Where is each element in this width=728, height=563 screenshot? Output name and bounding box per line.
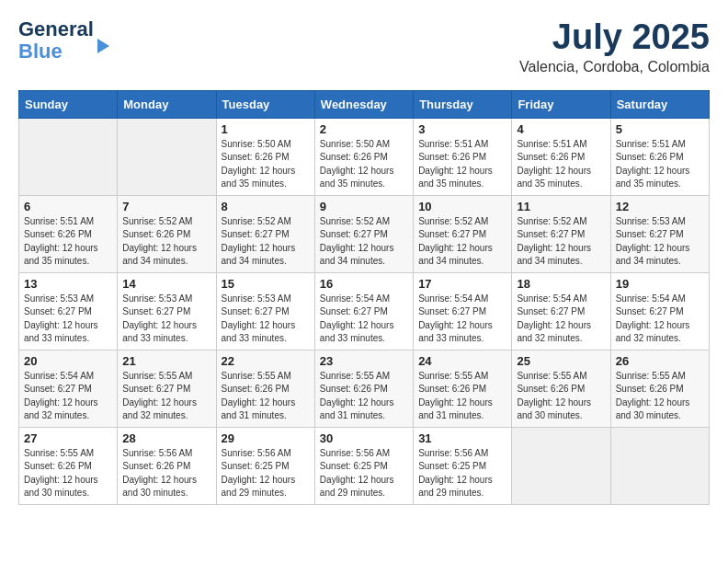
day-info: Sunrise: 5:55 AM Sunset: 6:26 PM Dayligh… bbox=[320, 370, 408, 423]
day-info: Sunrise: 5:53 AM Sunset: 6:27 PM Dayligh… bbox=[222, 293, 310, 346]
header-row: SundayMondayTuesdayWednesdayThursdayFrid… bbox=[19, 90, 710, 118]
calendar-header: SundayMondayTuesdayWednesdayThursdayFrid… bbox=[19, 90, 710, 118]
logo-arrow-icon bbox=[97, 39, 109, 53]
calendar-cell: 29Sunrise: 5:56 AM Sunset: 6:25 PM Dayli… bbox=[216, 427, 314, 504]
day-info: Sunrise: 5:52 AM Sunset: 6:27 PM Dayligh… bbox=[517, 215, 605, 269]
day-number: 20 bbox=[24, 354, 112, 368]
calendar-cell bbox=[512, 427, 610, 504]
calendar-cell: 27Sunrise: 5:55 AM Sunset: 6:26 PM Dayli… bbox=[19, 427, 118, 504]
day-number: 30 bbox=[320, 431, 408, 445]
day-info: Sunrise: 5:56 AM Sunset: 6:25 PM Dayligh… bbox=[222, 447, 310, 500]
day-info: Sunrise: 5:54 AM Sunset: 6:27 PM Dayligh… bbox=[418, 293, 506, 346]
day-info: Sunrise: 5:51 AM Sunset: 6:26 PM Dayligh… bbox=[418, 138, 506, 191]
calendar-body: 1Sunrise: 5:50 AM Sunset: 6:26 PM Daylig… bbox=[19, 118, 710, 504]
day-info: Sunrise: 5:54 AM Sunset: 6:27 PM Dayligh… bbox=[517, 293, 605, 346]
day-info: Sunrise: 5:51 AM Sunset: 6:26 PM Dayligh… bbox=[616, 138, 704, 191]
header-day-friday: Friday bbox=[512, 90, 610, 118]
calendar-cell: 21Sunrise: 5:55 AM Sunset: 6:27 PM Dayli… bbox=[118, 350, 216, 427]
calendar-cell: 5Sunrise: 5:51 AM Sunset: 6:26 PM Daylig… bbox=[610, 118, 709, 195]
day-info: Sunrise: 5:55 AM Sunset: 6:26 PM Dayligh… bbox=[24, 447, 112, 500]
calendar-cell: 7Sunrise: 5:52 AM Sunset: 6:26 PM Daylig… bbox=[118, 195, 216, 272]
calendar-cell: 6Sunrise: 5:51 AM Sunset: 6:26 PM Daylig… bbox=[19, 195, 118, 272]
day-info: Sunrise: 5:55 AM Sunset: 6:27 PM Dayligh… bbox=[122, 370, 210, 423]
day-info: Sunrise: 5:50 AM Sunset: 6:26 PM Dayligh… bbox=[320, 138, 408, 191]
day-number: 11 bbox=[517, 200, 605, 213]
calendar-cell: 1Sunrise: 5:50 AM Sunset: 6:26 PM Daylig… bbox=[216, 118, 314, 195]
header-day-tuesday: Tuesday bbox=[216, 90, 314, 118]
calendar-cell: 9Sunrise: 5:52 AM Sunset: 6:27 PM Daylig… bbox=[314, 195, 413, 272]
calendar-cell: 11Sunrise: 5:52 AM Sunset: 6:27 PM Dayli… bbox=[512, 195, 610, 272]
logo-text: GeneralBlue bbox=[18, 18, 94, 63]
calendar-cell: 28Sunrise: 5:56 AM Sunset: 6:26 PM Dayli… bbox=[118, 427, 216, 504]
day-info: Sunrise: 5:52 AM Sunset: 6:26 PM Dayligh… bbox=[122, 215, 210, 269]
month-year-title: July 2025 bbox=[519, 18, 710, 57]
calendar-cell: 22Sunrise: 5:55 AM Sunset: 6:26 PM Dayli… bbox=[216, 350, 314, 427]
day-number: 29 bbox=[222, 431, 310, 445]
day-info: Sunrise: 5:52 AM Sunset: 6:27 PM Dayligh… bbox=[320, 215, 408, 269]
calendar-cell: 24Sunrise: 5:55 AM Sunset: 6:26 PM Dayli… bbox=[414, 350, 512, 427]
day-info: Sunrise: 5:55 AM Sunset: 6:26 PM Dayligh… bbox=[517, 370, 605, 423]
day-number: 12 bbox=[616, 200, 704, 213]
logo: GeneralBlue bbox=[18, 18, 109, 63]
day-number: 19 bbox=[616, 277, 704, 291]
header-day-thursday: Thursday bbox=[414, 90, 512, 118]
day-info: Sunrise: 5:51 AM Sunset: 6:26 PM Dayligh… bbox=[517, 138, 605, 191]
day-number: 28 bbox=[122, 431, 210, 445]
calendar-cell: 14Sunrise: 5:53 AM Sunset: 6:27 PM Dayli… bbox=[118, 272, 216, 350]
day-info: Sunrise: 5:56 AM Sunset: 6:25 PM Dayligh… bbox=[320, 447, 408, 500]
week-row-1: 1Sunrise: 5:50 AM Sunset: 6:26 PM Daylig… bbox=[19, 118, 710, 195]
calendar-cell: 31Sunrise: 5:56 AM Sunset: 6:25 PM Dayli… bbox=[414, 427, 512, 504]
calendar-cell: 18Sunrise: 5:54 AM Sunset: 6:27 PM Dayli… bbox=[512, 272, 610, 350]
day-number: 16 bbox=[320, 277, 408, 291]
day-info: Sunrise: 5:55 AM Sunset: 6:26 PM Dayligh… bbox=[222, 370, 310, 423]
calendar-cell bbox=[610, 427, 709, 504]
day-number: 14 bbox=[122, 277, 210, 291]
calendar-cell: 17Sunrise: 5:54 AM Sunset: 6:27 PM Dayli… bbox=[414, 272, 512, 350]
day-number: 27 bbox=[24, 431, 112, 445]
day-info: Sunrise: 5:56 AM Sunset: 6:25 PM Dayligh… bbox=[418, 447, 506, 500]
location-subtitle: Valencia, Cordoba, Colombia bbox=[519, 59, 710, 75]
calendar-cell: 3Sunrise: 5:51 AM Sunset: 6:26 PM Daylig… bbox=[414, 118, 512, 195]
day-number: 8 bbox=[222, 200, 310, 213]
calendar-cell: 26Sunrise: 5:55 AM Sunset: 6:26 PM Dayli… bbox=[610, 350, 709, 427]
day-info: Sunrise: 5:51 AM Sunset: 6:26 PM Dayligh… bbox=[24, 215, 112, 269]
day-info: Sunrise: 5:56 AM Sunset: 6:26 PM Dayligh… bbox=[122, 447, 210, 500]
calendar-table: SundayMondayTuesdayWednesdayThursdayFrid… bbox=[18, 90, 710, 505]
calendar-cell: 30Sunrise: 5:56 AM Sunset: 6:25 PM Dayli… bbox=[314, 427, 413, 504]
day-info: Sunrise: 5:54 AM Sunset: 6:27 PM Dayligh… bbox=[24, 370, 112, 423]
day-number: 5 bbox=[616, 122, 704, 136]
calendar-cell: 16Sunrise: 5:54 AM Sunset: 6:27 PM Dayli… bbox=[314, 272, 413, 350]
week-row-2: 6Sunrise: 5:51 AM Sunset: 6:26 PM Daylig… bbox=[19, 195, 710, 272]
day-number: 2 bbox=[320, 122, 408, 136]
day-info: Sunrise: 5:52 AM Sunset: 6:27 PM Dayligh… bbox=[418, 215, 506, 269]
day-number: 6 bbox=[24, 200, 112, 213]
calendar-cell: 12Sunrise: 5:53 AM Sunset: 6:27 PM Dayli… bbox=[610, 195, 709, 272]
calendar-cell: 20Sunrise: 5:54 AM Sunset: 6:27 PM Dayli… bbox=[19, 350, 118, 427]
header-day-wednesday: Wednesday bbox=[314, 90, 413, 118]
day-number: 10 bbox=[418, 200, 506, 213]
header: GeneralBlue July 2025 Valencia, Cordoba,… bbox=[18, 18, 710, 75]
title-section: July 2025 Valencia, Cordoba, Colombia bbox=[519, 18, 710, 75]
week-row-3: 13Sunrise: 5:53 AM Sunset: 6:27 PM Dayli… bbox=[19, 272, 710, 350]
day-number: 9 bbox=[320, 200, 408, 213]
week-row-5: 27Sunrise: 5:55 AM Sunset: 6:26 PM Dayli… bbox=[19, 427, 710, 504]
day-number: 3 bbox=[418, 122, 506, 136]
calendar-cell bbox=[118, 118, 216, 195]
day-number: 22 bbox=[222, 354, 310, 368]
calendar-cell: 23Sunrise: 5:55 AM Sunset: 6:26 PM Dayli… bbox=[314, 350, 413, 427]
day-info: Sunrise: 5:55 AM Sunset: 6:26 PM Dayligh… bbox=[418, 370, 506, 423]
day-number: 7 bbox=[122, 200, 210, 213]
calendar-cell: 2Sunrise: 5:50 AM Sunset: 6:26 PM Daylig… bbox=[314, 118, 413, 195]
day-number: 13 bbox=[24, 277, 112, 291]
day-number: 24 bbox=[418, 354, 506, 368]
calendar-cell bbox=[19, 118, 118, 195]
day-info: Sunrise: 5:54 AM Sunset: 6:27 PM Dayligh… bbox=[616, 293, 704, 346]
calendar-cell: 19Sunrise: 5:54 AM Sunset: 6:27 PM Dayli… bbox=[610, 272, 709, 350]
day-number: 17 bbox=[418, 277, 506, 291]
calendar-cell: 13Sunrise: 5:53 AM Sunset: 6:27 PM Dayli… bbox=[19, 272, 118, 350]
day-number: 15 bbox=[222, 277, 310, 291]
calendar-cell: 8Sunrise: 5:52 AM Sunset: 6:27 PM Daylig… bbox=[216, 195, 314, 272]
day-info: Sunrise: 5:53 AM Sunset: 6:27 PM Dayligh… bbox=[122, 293, 210, 346]
calendar-cell: 25Sunrise: 5:55 AM Sunset: 6:26 PM Dayli… bbox=[512, 350, 610, 427]
day-number: 23 bbox=[320, 354, 408, 368]
